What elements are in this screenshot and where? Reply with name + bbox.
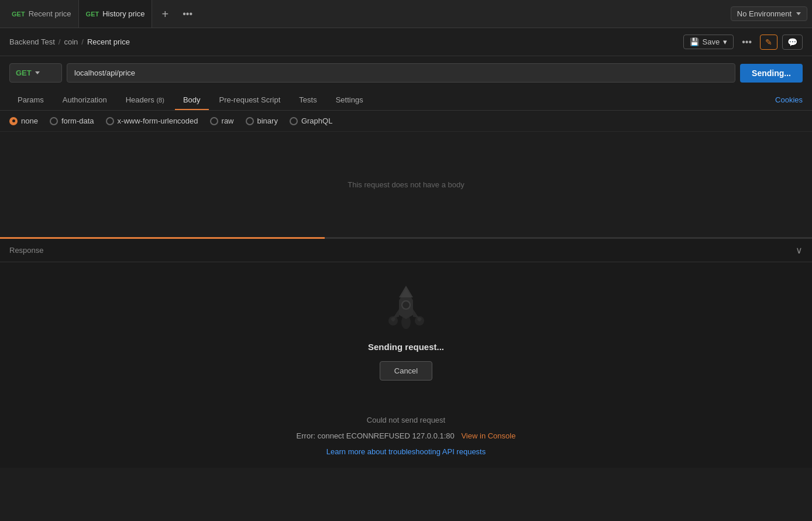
more-button[interactable]: ••• (738, 35, 755, 50)
breadcrumb-separator2: / (81, 37, 84, 46)
error-area: Could not send request Error: connect EC… (0, 404, 812, 468)
breadcrumb-actions: 💾 Save ▾ ••• ✎ 💬 (683, 35, 803, 50)
edit-button[interactable]: ✎ (760, 35, 777, 50)
method-select[interactable]: GET (9, 63, 62, 83)
method-badge-active: GET (12, 11, 25, 18)
body-placeholder-text: This request does not have a body (347, 180, 464, 189)
tab-label-inactive: History price (102, 9, 144, 18)
tab-recent-price[interactable]: GET Recent price (5, 0, 79, 28)
body-area: This request does not have a body (0, 132, 812, 237)
save-dropdown-icon: ▾ (723, 37, 727, 46)
tab-bar: GET Recent price GET History price + •••… (0, 0, 812, 28)
method-badge-inactive: GET (86, 11, 99, 18)
radio-none[interactable]: none (9, 116, 38, 125)
breadcrumb-part2[interactable]: coin (64, 37, 78, 46)
breadcrumb: Backend Test / coin / Recent price (9, 37, 130, 46)
collapse-response-button[interactable]: ∨ (796, 245, 803, 256)
radio-none-circle (9, 117, 18, 125)
request-tabs: Params Authorization Headers (8) Body Pr… (0, 90, 812, 111)
comment-button[interactable]: 💬 (782, 35, 803, 50)
learn-more-link[interactable]: Learn more about troubleshooting API req… (326, 447, 486, 456)
tab-label-active: Recent price (29, 9, 71, 18)
save-icon: 💾 (690, 37, 699, 46)
sending-text: Sending request... (368, 342, 444, 352)
url-input[interactable] (67, 63, 735, 83)
radio-raw-label: raw (222, 116, 234, 125)
method-chevron-icon (35, 71, 40, 74)
tab-cookies[interactable]: Cookies (775, 90, 803, 110)
breadcrumb-part1[interactable]: Backend Test (9, 37, 55, 46)
tab-params[interactable]: Params (9, 90, 52, 110)
radio-graphql-label: GraphQL (301, 116, 332, 125)
tab-headers[interactable]: Headers (8) (118, 90, 173, 110)
radio-graphql-circle (290, 117, 298, 125)
tab-pre-request[interactable]: Pre-request Script (211, 90, 289, 110)
svg-point-1 (401, 315, 411, 329)
tab-tests[interactable]: Tests (291, 90, 325, 110)
send-button[interactable]: Sending... (740, 64, 803, 83)
env-selector: No Environment (731, 6, 807, 21)
add-tab-button[interactable]: + (157, 6, 173, 22)
view-in-console-link[interactable]: View in Console (461, 431, 515, 440)
radio-form-data-circle (50, 117, 58, 125)
environment-label: No Environment (737, 9, 792, 18)
sending-illustration (383, 283, 429, 335)
error-text: Could not send request (367, 416, 445, 424)
headers-count-badge: (8) (156, 97, 164, 104)
radio-form-data-label: form-data (61, 116, 94, 125)
radio-urlencoded[interactable]: x-www-form-urlencoded (106, 116, 198, 125)
radio-raw[interactable]: raw (210, 116, 234, 125)
error-detail-text: Error: connect ECONNREFUSED 127.0.0.1:80 (297, 431, 455, 440)
chevron-down-icon (796, 12, 801, 15)
tab-settings[interactable]: Settings (328, 90, 371, 110)
tab-history-price[interactable]: GET History price (79, 0, 153, 28)
tab-more-button[interactable]: ••• (178, 6, 197, 22)
cancel-button[interactable]: Cancel (380, 361, 432, 381)
save-label: Save (703, 37, 720, 46)
tab-body[interactable]: Body (175, 90, 209, 110)
radio-none-label: none (21, 116, 38, 125)
body-options: none form-data x-www-form-urlencoded raw… (0, 111, 812, 132)
svg-point-0 (402, 301, 410, 309)
url-bar: GET Sending... (0, 56, 812, 90)
radio-form-data[interactable]: form-data (50, 116, 94, 125)
radio-graphql[interactable]: GraphQL (290, 116, 332, 125)
breadcrumb-separator1: / (59, 37, 61, 46)
sending-container: Sending request... Cancel (0, 262, 812, 404)
radio-urlencoded-circle (106, 117, 114, 125)
radio-binary-label: binary (257, 116, 278, 125)
response-area: Response ∨ (0, 239, 812, 468)
environment-dropdown[interactable]: No Environment (731, 6, 807, 21)
response-header: Response ∨ (0, 239, 812, 262)
radio-urlencoded-label: x-www-form-urlencoded (118, 116, 198, 125)
breadcrumb-current: Recent price (87, 37, 130, 46)
response-title: Response (9, 246, 44, 255)
radio-binary[interactable]: binary (246, 116, 278, 125)
radio-binary-circle (246, 117, 254, 125)
sending-icon (383, 286, 429, 333)
method-label: GET (16, 68, 32, 77)
radio-raw-circle (210, 117, 218, 125)
tab-authorization[interactable]: Authorization (54, 90, 115, 110)
tab-actions: + ••• (157, 6, 197, 22)
headers-label: Headers (126, 95, 154, 104)
save-button[interactable]: 💾 Save ▾ (683, 35, 734, 49)
breadcrumb-bar: Backend Test / coin / Recent price 💾 Sav… (0, 28, 812, 56)
error-detail-row: Error: connect ECONNREFUSED 127.0.0.1:80… (297, 431, 516, 440)
